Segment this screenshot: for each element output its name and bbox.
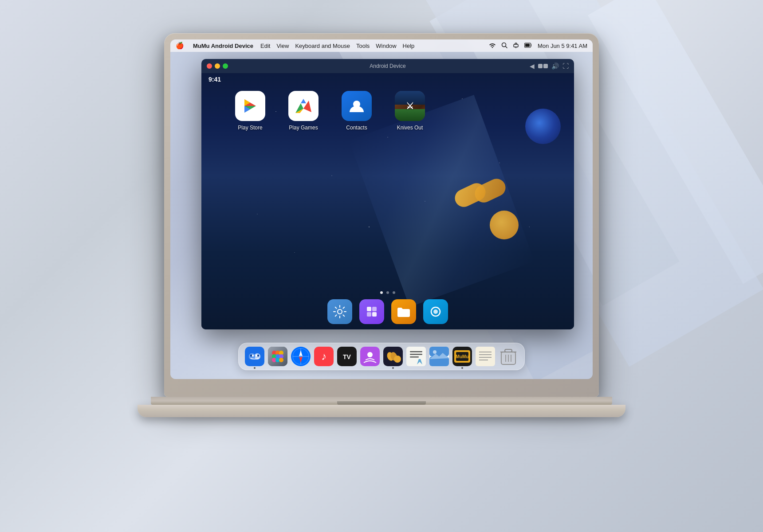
- play-games-label: Play Games: [289, 125, 318, 131]
- macbook-hinge: [151, 397, 612, 405]
- fullscreen-icon[interactable]: ⛶: [562, 63, 569, 70]
- dock-preview[interactable]: [429, 346, 450, 367]
- home-icon[interactable]: [538, 64, 548, 68]
- knivesout-icon: ⚔: [395, 91, 425, 121]
- apple-menu[interactable]: 🍎: [176, 42, 184, 50]
- svg-point-59: [394, 356, 401, 363]
- svg-marker-13: [301, 99, 306, 103]
- playgames-icon: [294, 96, 313, 116]
- page-dot-3[interactable]: [393, 291, 395, 294]
- dock-podcasts[interactable]: [359, 346, 381, 367]
- mumux-dot: [461, 367, 463, 369]
- menu-window[interactable]: Window: [376, 43, 396, 49]
- playstore-icon: [241, 97, 260, 115]
- dock-trash[interactable]: [498, 346, 519, 367]
- mumu-logo: [450, 173, 521, 244]
- app-grid: Play Store: [228, 91, 432, 131]
- svg-point-32: [257, 355, 259, 357]
- finder-icon: [245, 347, 264, 366]
- finder-dot: [254, 367, 256, 369]
- android-screen: 9:41: [201, 73, 574, 329]
- dock-mirror[interactable]: [423, 299, 448, 324]
- volume-icon[interactable]: 🔊: [551, 63, 559, 70]
- page-dot-1[interactable]: [380, 291, 383, 294]
- close-button[interactable]: [207, 63, 212, 69]
- svg-text:MuMu: MuMu: [456, 354, 469, 359]
- svg-rect-62: [410, 354, 422, 355]
- window-title: Android Device: [370, 63, 405, 69]
- podcasts-icon: [360, 347, 380, 366]
- menu-edit[interactable]: Edit: [260, 43, 270, 49]
- svg-rect-2: [514, 44, 518, 47]
- back-arrow-icon[interactable]: ◀: [530, 63, 535, 70]
- settings-icon: [333, 305, 347, 319]
- files-icon: [397, 305, 411, 318]
- dock-mumux[interactable]: MuMu: [452, 346, 473, 367]
- svg-line-1: [505, 46, 507, 48]
- knives-out-label: Knives Out: [397, 125, 423, 131]
- android-window: Android Device ◀ 🔊 ⛶: [201, 59, 574, 329]
- nova-icon: [365, 305, 378, 318]
- menu-tools[interactable]: Tools: [356, 43, 370, 49]
- macbook: 🍎 MuMu Android Device Edit View Keyboard…: [138, 33, 625, 499]
- preview-icon: [429, 347, 449, 366]
- dock-nova[interactable]: [359, 299, 384, 324]
- svg-point-31: [256, 355, 257, 357]
- android-time: 9:41: [208, 76, 221, 83]
- svg-rect-20: [367, 312, 371, 317]
- menu-help[interactable]: Help: [403, 43, 415, 49]
- wifi-icon[interactable]: [489, 43, 496, 49]
- app-name[interactable]: MuMu Android Device: [193, 43, 253, 49]
- menu-keyboard[interactable]: Keyboard and Mouse: [295, 43, 350, 49]
- dock-launchpad[interactable]: [267, 346, 288, 367]
- svg-rect-5: [525, 43, 530, 47]
- dock-mumu[interactable]: [382, 346, 404, 367]
- appletv-icon: TV: [337, 347, 357, 366]
- svg-rect-19: [372, 307, 377, 311]
- android-statusbar: 9:41: [201, 73, 574, 86]
- app-knives-out[interactable]: ⚔ Knives Out: [388, 91, 432, 131]
- svg-point-43: [279, 358, 283, 362]
- svg-text:TV: TV: [343, 353, 351, 360]
- dock-settings[interactable]: [327, 299, 352, 324]
- blue-planet-decoration: [525, 109, 561, 144]
- macbook-base: [138, 405, 625, 417]
- menu-view[interactable]: View: [276, 43, 289, 49]
- dock-safari[interactable]: [290, 346, 311, 367]
- trash-icon: [499, 347, 518, 366]
- music-icon: ♪: [314, 347, 334, 366]
- launchpad-icon: [268, 347, 287, 366]
- mumu-dock-icon: [383, 347, 403, 366]
- svg-rect-21: [372, 312, 377, 317]
- search-icon[interactable]: [501, 42, 507, 50]
- dock-finder[interactable]: [244, 346, 265, 367]
- safari-icon: [291, 347, 311, 366]
- svg-rect-74: [476, 347, 495, 366]
- minimize-button[interactable]: [215, 63, 220, 69]
- dock-textedit[interactable]: [405, 346, 427, 367]
- svg-point-69: [433, 350, 437, 354]
- window-controls: ◀ 🔊 ⛶: [530, 63, 569, 70]
- page-indicators: [380, 291, 395, 294]
- page-dot-2[interactable]: [386, 291, 389, 294]
- notification-icon[interactable]: [513, 42, 519, 50]
- maximize-button[interactable]: [223, 63, 228, 69]
- mumu-dot: [392, 367, 394, 369]
- notefile-icon: [476, 347, 495, 366]
- svg-text:♪: ♪: [321, 350, 326, 362]
- dock-notefile[interactable]: [475, 346, 496, 367]
- screen-display: 🍎 MuMu Android Device Edit View Keyboard…: [170, 39, 593, 379]
- traffic-lights: [207, 63, 228, 69]
- menu-items: Edit View Keyboard and Mouse Tools Windo…: [260, 43, 414, 49]
- svg-point-17: [338, 309, 342, 314]
- dock-appletv[interactable]: TV: [336, 346, 358, 367]
- dock-music[interactable]: ♪: [313, 346, 334, 367]
- screen-bezel: 🍎 MuMu Android Device Edit View Keyboard…: [164, 33, 599, 397]
- svg-point-55: [367, 352, 373, 357]
- svg-point-23: [433, 309, 438, 314]
- app-play-games[interactable]: Play Games: [281, 91, 326, 131]
- app-play-store[interactable]: Play Store: [228, 91, 272, 131]
- dock-files[interactable]: [391, 299, 416, 324]
- android-dock: [327, 299, 448, 324]
- app-contacts[interactable]: Contacts: [334, 91, 379, 131]
